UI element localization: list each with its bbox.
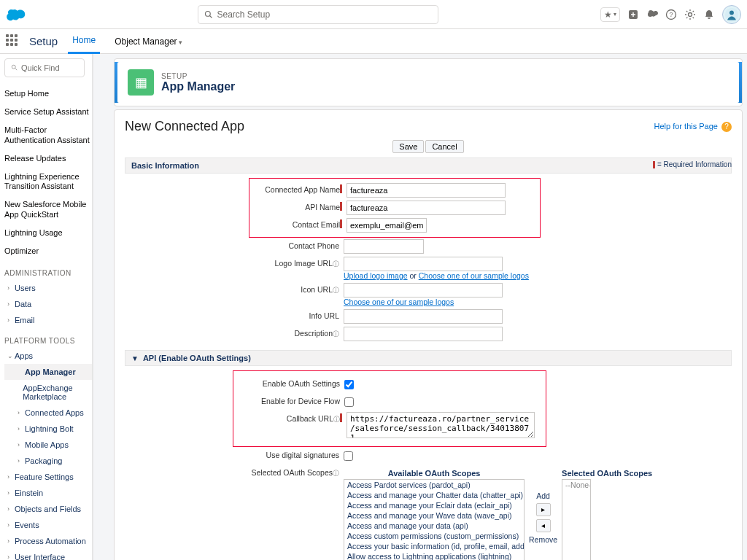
- input-contact-phone[interactable]: [344, 239, 424, 254]
- scopes-available-list[interactable]: Access Pardot services (pardot_api)Acces…: [344, 479, 525, 560]
- svg-point-5: [689, 12, 692, 16]
- upload-logo-link[interactable]: Upload logo image: [344, 271, 408, 280]
- scope-option[interactable]: Access Pardot services (pardot_api): [344, 480, 524, 490]
- chevron-right-icon: ›: [7, 489, 15, 497]
- nav-link[interactable]: Setup Home: [4, 85, 92, 103]
- chevron-down-icon: ▾: [179, 39, 182, 46]
- section-api-oauth[interactable]: ▼API (Enable OAuth Settings): [125, 350, 732, 366]
- checkbox-enable-oauth[interactable]: [344, 380, 354, 389]
- page-overline: SETUP: [161, 72, 235, 80]
- chevron-right-icon: ›: [7, 537, 15, 545]
- scope-option[interactable]: Access and manage your Eclair data (ecla…: [344, 500, 524, 510]
- notifications-bell-icon[interactable]: [703, 9, 715, 20]
- checkbox-digital-signatures[interactable]: [344, 451, 353, 461]
- nav-link[interactable]: Service Setup Assistant: [4, 103, 92, 121]
- save-button[interactable]: Save: [392, 140, 424, 153]
- nav-link[interactable]: Lightning Experience Transition Assistan…: [4, 168, 92, 195]
- help-icon[interactable]: ?: [665, 9, 677, 20]
- input-logo-url[interactable]: [344, 257, 503, 271]
- global-search-input[interactable]: Search Setup: [198, 5, 438, 24]
- scopes-selected-list[interactable]: --None--: [562, 479, 591, 560]
- label-enable-oauth: Enable OAuth Settings: [233, 377, 344, 388]
- nav-item[interactable]: ›Einstein: [4, 485, 92, 501]
- add-icon[interactable]: [627, 9, 639, 20]
- label-contact-email: Contact Email: [249, 218, 344, 229]
- chevron-right-icon: ›: [18, 425, 25, 432]
- input-icon-url[interactable]: [344, 283, 503, 298]
- label-icon-url: Icon URLⓘ: [125, 283, 344, 295]
- nav-link[interactable]: Multi-Factor Authentication Assistant: [4, 121, 92, 149]
- nav-item[interactable]: ›Data: [4, 296, 92, 312]
- nav-item[interactable]: ›Connected Apps: [4, 405, 92, 421]
- input-info-url[interactable]: [344, 309, 503, 324]
- nav-item[interactable]: AppExchange Marketplace: [4, 380, 92, 405]
- label-logo-url: Logo Image URLⓘ: [125, 257, 344, 269]
- scopes-available-header: Available OAuth Scopes: [344, 469, 525, 479]
- help-icon: ?: [721, 122, 732, 132]
- choose-sample-icon-link[interactable]: Choose one of our sample logos: [344, 298, 454, 306]
- nav-item[interactable]: ›Events: [4, 517, 92, 533]
- svg-text:?: ?: [669, 11, 673, 18]
- nav-link[interactable]: Optimizer: [4, 242, 92, 260]
- chevron-right-icon: ›: [7, 521, 15, 529]
- app-launcher-icon[interactable]: [6, 34, 20, 49]
- nav-item[interactable]: ›Process Automation: [4, 533, 92, 549]
- nav-item[interactable]: ›Feature Settings: [4, 469, 92, 485]
- input-connected-app-name[interactable]: [347, 183, 506, 198]
- input-description[interactable]: [344, 327, 503, 341]
- svg-point-0: [205, 11, 210, 16]
- salesforce-help-icon[interactable]: [646, 9, 658, 20]
- page-title: App Manager: [161, 80, 235, 93]
- chevron-down-icon: ⌄: [7, 352, 15, 359]
- input-contact-email[interactable]: [347, 218, 427, 233]
- chevron-right-icon: ›: [7, 284, 15, 292]
- scope-option[interactable]: Access custom permissions (custom_permis…: [344, 531, 524, 541]
- scopes-remove-label: Remove: [529, 535, 557, 544]
- checkbox-enable-device-flow[interactable]: [344, 397, 354, 407]
- choose-sample-logo-link[interactable]: Choose one of our sample logos: [419, 271, 529, 280]
- nav-link[interactable]: Release Updates: [4, 149, 92, 168]
- tab-home[interactable]: Home: [68, 28, 100, 54]
- search-placeholder: Search Setup: [217, 9, 271, 20]
- scope-option[interactable]: Access and manage your Wave data (wave_a…: [344, 510, 524, 521]
- svg-point-7: [729, 10, 734, 15]
- scope-option[interactable]: Access and manage your Chatter data (cha…: [344, 490, 524, 500]
- label-selected-scopes: Selected OAuth Scopesⓘ: [125, 466, 344, 478]
- salesforce-logo-icon[interactable]: [6, 7, 35, 22]
- nav-link[interactable]: New Salesforce Mobile App QuickStart: [4, 195, 92, 223]
- nav-item[interactable]: ›Email: [4, 312, 92, 328]
- scope-option[interactable]: Access your basic information (id, profi…: [344, 541, 524, 551]
- setup-gear-icon[interactable]: [684, 9, 696, 20]
- chevron-right-icon: ›: [18, 441, 25, 448]
- label-digital-signatures: Use digital signatures: [125, 448, 344, 459]
- cancel-button[interactable]: Cancel: [425, 140, 463, 153]
- nav-item[interactable]: ›Objects and Fields: [4, 501, 92, 517]
- favorites-button[interactable]: ★ ▾: [600, 7, 620, 22]
- nav-item[interactable]: ›Users: [4, 280, 92, 296]
- section-basic-information: Basic Information: [125, 158, 732, 174]
- label-api-name: API Name: [249, 201, 344, 211]
- nav-item-apps[interactable]: ⌄Apps: [4, 348, 92, 364]
- page-icon: ▦: [128, 69, 154, 96]
- quick-find-input[interactable]: Quick Find: [4, 58, 85, 77]
- scopes-remove-button[interactable]: ◂: [536, 519, 551, 532]
- nav-item[interactable]: ›Lightning Bolt: [4, 421, 92, 437]
- scopes-add-button[interactable]: ▸: [536, 503, 551, 516]
- nav-item[interactable]: ›Mobile Apps: [4, 437, 92, 453]
- input-api-name[interactable]: [347, 201, 506, 215]
- scope-option[interactable]: Access and manage your data (api): [344, 521, 524, 531]
- tab-object-manager[interactable]: Object Manager▾: [110, 30, 186, 53]
- svg-line-9: [15, 69, 18, 71]
- label-connected-app-name: Connected App Name: [249, 183, 344, 194]
- help-for-page-link[interactable]: Help for this Page: [654, 122, 718, 131]
- nav-item[interactable]: ›User Interface: [4, 549, 92, 560]
- nav-item[interactable]: App Manager: [4, 364, 92, 380]
- user-avatar[interactable]: [722, 5, 741, 24]
- nav-item[interactable]: ›Packaging: [4, 453, 92, 469]
- input-callback-url[interactable]: [347, 412, 535, 438]
- nav-link[interactable]: Lightning Usage: [4, 224, 92, 242]
- label-callback-url: Callback URLⓘ: [233, 412, 344, 424]
- form-title: New Connected App: [125, 119, 732, 134]
- scope-option[interactable]: Allow access to Lightning applications (…: [344, 551, 524, 560]
- label-description: Descriptionⓘ: [125, 327, 344, 339]
